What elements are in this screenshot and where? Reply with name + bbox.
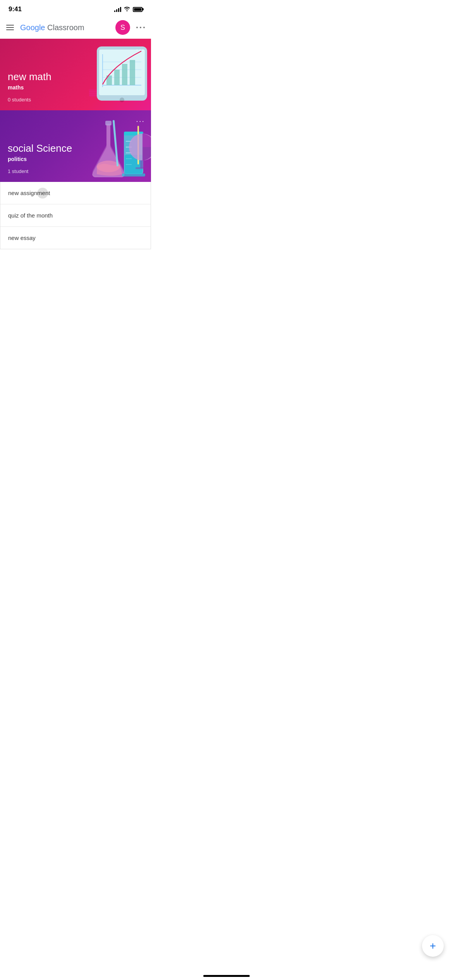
science-class-card[interactable]: ··· social Science politics 1 student <box>0 110 151 182</box>
svg-rect-31 <box>122 173 145 176</box>
math-class-card[interactable]: ··· new math maths 0 students <box>0 39 151 110</box>
svg-point-1 <box>140 27 141 28</box>
assignment-label-quiz: quiz of the month <box>8 212 53 219</box>
science-card-more-button[interactable]: ··· <box>136 117 145 125</box>
status-time: 9:41 <box>9 5 22 13</box>
assignment-item-new-essay[interactable]: new essay <box>0 227 151 249</box>
assignment-item-new-assignment[interactable]: new assignment <box>0 182 151 204</box>
svg-rect-19 <box>105 121 112 125</box>
assignments-list: new assignment quiz of the month new ess… <box>0 182 151 249</box>
avatar[interactable]: S <box>115 20 130 35</box>
svg-rect-12 <box>122 64 127 85</box>
svg-rect-13 <box>130 60 135 85</box>
app-title: Google Classroom <box>20 23 109 32</box>
cards-container: ··· new math maths 0 students <box>0 39 151 249</box>
menu-button[interactable] <box>6 25 14 30</box>
svg-rect-11 <box>114 70 120 85</box>
svg-rect-34 <box>136 167 149 169</box>
status-bar: 9:41 <box>0 0 151 16</box>
app-header: Google Classroom S <box>0 16 151 39</box>
svg-rect-17 <box>89 93 97 94</box>
math-card-more-button[interactable]: ··· <box>136 45 145 54</box>
svg-point-0 <box>136 27 138 28</box>
signal-icon <box>114 7 121 12</box>
header-more-button[interactable] <box>136 26 145 29</box>
svg-point-14 <box>120 98 124 102</box>
status-icons <box>114 6 142 12</box>
svg-point-2 <box>143 27 145 28</box>
svg-rect-33 <box>140 160 145 168</box>
ripple-indicator <box>37 188 48 199</box>
assignment-item-quiz[interactable]: quiz of the month <box>0 204 151 227</box>
battery-icon <box>133 7 142 12</box>
svg-rect-18 <box>89 95 97 96</box>
wifi-icon <box>124 6 130 12</box>
assignment-label-new-essay: new essay <box>8 235 36 241</box>
svg-rect-16 <box>89 91 97 92</box>
science-illustration <box>77 116 151 182</box>
